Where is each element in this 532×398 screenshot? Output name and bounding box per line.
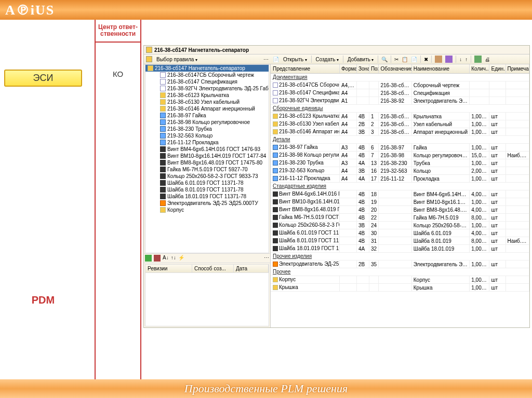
table-row[interactable]: 216-38-сб123 КрыльчаткаА44В1216-38-сб123… [271,113,529,120]
tree-item[interactable]: Шайба 8.01.019 ГОСТ 11371-78 [145,186,269,193]
delete-icon[interactable]: ✖ [424,57,428,62]
x-icon[interactable] [154,255,161,262]
window-title-bar: 216-38-сб147 Нагнетатель-сепаратор [144,46,529,54]
col-note[interactable]: Примечание [506,64,529,73]
tool-icon-1[interactable] [435,56,442,63]
tool-icon-2[interactable] [445,56,453,63]
table-row[interactable]: 216-11-12 ПрокладкаА44А17216-11-12Прокла… [271,175,529,183]
bolt-icon[interactable]: ⚡ [178,255,184,262]
tree-item[interactable]: Электродвигатель ЭД-25 ЭД25.000ТУ [145,200,269,207]
col-qty[interactable]: Колич... [470,64,489,73]
sort-asc-icon[interactable]: A↓ [163,255,169,262]
table-row[interactable]: 216-38-98 Кольцо регулиро...А44В7216-38-… [271,152,529,159]
rule-select[interactable]: Выбор правила [155,56,198,63]
tree-item[interactable]: 219-32-563 Кольцо [145,132,269,139]
tree-item[interactable]: Шайба 18.01.019 ГОСТ 11371-78 [145,193,269,200]
table-row[interactable]: 216-38-сб147СБ Сборочн...А4, А1216-38-сб… [271,81,529,89]
tree-item[interactable]: Корпус [145,207,269,213]
tree-item[interactable]: Винт ВМ10-8gх16.14Н.019 ГОСТ 1477-84 [145,153,269,159]
table-row[interactable]: Шайба 18.01.019 ГОСТ 113...4А32Шайба 18.… [271,245,529,253]
sort-desc-icon[interactable]: ↑↓ [171,255,176,262]
tree[interactable]: 216-38-сб147 Нагнетатель-сепаратор216-38… [145,64,269,253]
table-row[interactable]: Стандартные изделия [271,183,529,190]
toolbar-dots-icon[interactable]: ⋯ [263,57,269,62]
copy-icon[interactable]: 📋 [402,57,408,62]
folder-icon [148,65,153,71]
table-row[interactable]: Документация [271,74,529,81]
table-row[interactable]: 216-38-97 ГайкаА34В6216-38-97Гайка1,0000… [271,144,529,152]
tree-item[interactable]: Гайка М6-7Н.5.019 ГОСТ 5927-70 [145,166,269,173]
table-row[interactable]: Винт ВМ8-8gх16.48.019 ГО...4В20Винт ВМ8-… [271,206,529,214]
col-pos[interactable]: Поз [369,64,379,73]
print-icon[interactable]: 🖨 [485,57,490,62]
table-row[interactable]: 216-38-230 ТрубкаА34А13216-38-230Трубка1… [271,159,529,167]
tree-item[interactable]: 216-38-98 Кольцо регулировочное [145,119,269,126]
col-format[interactable]: Формат [340,64,357,73]
table-row[interactable]: Гайка М6-7Н.5.019 ГОСТ 5...4В22Гайка М6-… [271,214,529,222]
col-name[interactable]: Представление [271,64,340,73]
col-zone[interactable]: Зона [357,64,369,73]
tree-item[interactable]: 216-38-сб147СБ Сборочный чертеж [145,72,269,78]
tree-item[interactable]: Кольцо 250х260-58-2-3 ГОСТ 9833-73 [145,173,269,180]
tree-item[interactable]: Шайба 6.01.019 ГОСТ 11371-78 [145,180,269,186]
tree-item[interactable]: 216-38-230 Трубка [145,126,269,132]
tree-item[interactable]: 216-38-97 Гайка [145,112,269,119]
arrow-up-icon[interactable]: ↑ [465,57,468,62]
table-row[interactable]: Прочие изделия [271,253,529,260]
rev-col-1[interactable]: Ревизии [145,265,192,272]
table-row[interactable]: Шайба 6.01.019 ГОСТ 1137...4В30Шайба 6.0… [271,229,529,237]
doc-icon [273,98,278,103]
arrow-down-icon[interactable]: ↓ [459,57,462,62]
table-row[interactable]: 216-38-сб146 Аппарат инер...А43В3216-38-… [271,128,529,136]
table-row[interactable]: Винт ВМ10-8gх16.14Н.019 ...4В19Винт ВМ10… [271,198,529,206]
table-row[interactable]: Сборочные единицы [271,105,529,113]
col-designation[interactable]: Обозначение [379,64,411,73]
revisions-grid[interactable]: Ревизии Способ соз... Дата [145,264,269,326]
rev-col-2[interactable]: Способ соз... [192,265,234,272]
table-row[interactable]: 216-38-92ГЧ Электродвига...А1216-38-92Эл… [271,97,529,105]
table-row[interactable]: Винт ВМ4-6gх6.14Н.016 ГО...4В18Винт ВМ4-… [271,190,529,198]
blue-icon [160,119,166,125]
create-button[interactable]: Создать [315,56,340,63]
table-row[interactable]: 216-38-сб130 Узел кабель ...А42В2216-38-… [271,120,529,128]
folder-icon [273,285,278,290]
check-icon[interactable] [145,255,152,262]
table-row[interactable]: Детали [271,136,529,144]
tree-item[interactable]: 216-38-сб147 Нагнетатель-сепаратор [145,65,269,72]
col-unit[interactable]: Един... [489,64,506,73]
tree-item[interactable]: Винт ВМ4-6gх6.14Н.016 ГОСТ 1476-93 [145,146,269,153]
part-icon [273,223,278,228]
cut-icon[interactable]: ✂ [394,57,398,62]
table-row[interactable]: 216-38-сб147 СпецификацияА4216-38-сб147С… [271,89,529,97]
part-icon [273,230,278,236]
tree-item[interactable]: 216-38-сб146 Аппарат инерционный [145,105,269,112]
tree-item[interactable]: 216-38-92ГЧ Электродвигатель ЭД-25 Габар… [145,85,269,92]
table-row[interactable]: КорпусКорпус1,00000шт [271,276,529,284]
tree-dots-icon[interactable]: ⋯ [264,255,269,262]
logo: A℗iUS [5,2,55,18]
table-row[interactable]: Кольцо 250х260-58-2-3 ГОС...3В24Кольцо 2… [271,222,529,229]
app-window: 216-38-сб147 Нагнетатель-сепаратор Выбор… [143,45,530,328]
rev-col-3[interactable]: Дата [234,265,269,272]
search-icon[interactable]: 🔍 [381,57,388,62]
tree-item[interactable]: 216-38-сб147 Спецификация [145,78,269,85]
tree-item[interactable]: 216-38-сб130 Узел кабельный [145,99,269,105]
add-button[interactable]: Добавить [347,56,375,63]
table-row[interactable]: Электродвигатель ЭД-25 Э...2В35Электродв… [271,260,529,268]
part-icon [160,194,166,199]
right-toolbar: 📄 Открыть Создать Добавить 🔍 ✂ 📋 📄 ✖ [271,54,529,64]
table-row[interactable]: КрышкаКрышка1,00000шт [271,284,529,292]
tree-item[interactable]: 216-11-12 Прокладка [145,139,269,146]
tree-item[interactable]: 216-38-сб123 Крыльчатка [145,92,269,99]
open-button[interactable]: Открыть [282,56,308,63]
paste-icon[interactable]: 📄 [411,57,417,62]
folder-icon [273,121,278,127]
col-title[interactable]: Наименование [412,64,470,73]
tree-item[interactable]: Винт ВМ8-8gх16.48.019 ГОСТ 17475-80 [145,159,269,166]
tool-icon-3[interactable] [474,56,482,63]
esi-button[interactable]: ЭСИ [4,70,82,87]
footer-bar: Производственные PLM решения [0,379,532,398]
table-row[interactable]: 219-32-563 КольцоА43В16219-32-563Кольцо2… [271,167,529,175]
table-row[interactable]: Шайба 8.01.019 ГОСТ 1137...4В31Шайба 8.0… [271,237,529,245]
table-row[interactable]: Прочее [271,268,529,276]
